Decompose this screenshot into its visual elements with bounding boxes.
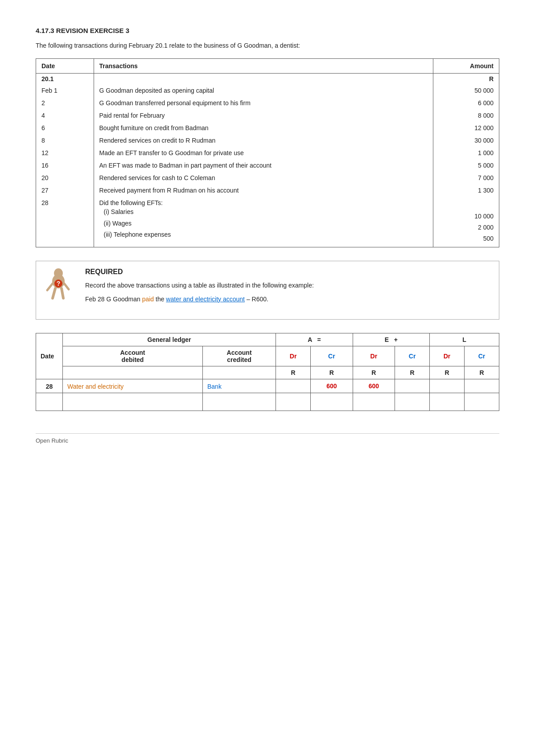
svg-line-6 bbox=[47, 284, 53, 290]
sub-item-wages: (ii) Wages bbox=[104, 218, 428, 229]
row-date: 12 bbox=[36, 147, 94, 159]
ledger-cr-a-val: 600 bbox=[311, 379, 353, 393]
required-text2: Feb 28 G Goodman paid the water and elec… bbox=[85, 294, 490, 304]
sub-item-telephone: (iii) Telephone expenses bbox=[104, 229, 428, 240]
row-date: 8 bbox=[36, 134, 94, 147]
svg-text:?: ? bbox=[57, 280, 61, 287]
col-header-transactions: Transactions bbox=[94, 59, 433, 74]
table-row: 2 G Goodman transferred personal equipme… bbox=[36, 97, 499, 109]
table-row: 27 Received payment from R Rudman on his… bbox=[36, 184, 499, 197]
row-amount: 30 000 bbox=[433, 134, 499, 147]
row-date: 6 bbox=[36, 122, 94, 134]
year-blank bbox=[94, 74, 433, 85]
ledger-sub-dr-e: Dr bbox=[353, 346, 395, 366]
ledger-dr-a-val bbox=[276, 379, 311, 393]
required-text1: Record the above transactions using a ta… bbox=[85, 280, 490, 290]
row-date: Feb 1 bbox=[36, 84, 94, 97]
ledger-unit-r3: R bbox=[353, 366, 395, 379]
row-desc: Made an EFT transfer to G Goodman for pr… bbox=[94, 147, 433, 159]
col-header-date: Date bbox=[36, 59, 94, 74]
row-desc: Bought furniture on credit from Badman bbox=[94, 122, 433, 134]
row-desc: An EFT was made to Badman in part paymen… bbox=[94, 159, 433, 172]
required-icon: ? bbox=[36, 261, 81, 319]
transactions-table: Date Transactions Amount 20.1 R Feb 1 G … bbox=[36, 58, 499, 247]
ledger-cr-e-val bbox=[395, 379, 430, 393]
col-header-amount: Amount bbox=[433, 59, 499, 74]
ledger-dr-e-val: 600 bbox=[353, 379, 395, 393]
ledger-dr-l-val bbox=[430, 379, 465, 393]
ledger-col-date: Date bbox=[36, 333, 63, 379]
required-text2-highlight: paid bbox=[142, 296, 154, 303]
ledger-col-general-ledger: General ledger bbox=[63, 333, 276, 346]
row-amount: 8 000 bbox=[433, 109, 499, 122]
ledger-sub-cr-a: Cr bbox=[311, 346, 353, 366]
required-box: ? REQUIRED Record the above transactions… bbox=[36, 261, 499, 320]
ledger-row-date: 28 bbox=[36, 379, 63, 393]
ledger-cr-l-val bbox=[464, 379, 499, 393]
ledger-data-row: 28 Water and electricity Bank 600 600 bbox=[36, 379, 499, 393]
ledger-sub-cr-l: Cr bbox=[464, 346, 499, 366]
ledger-unit-r5: R bbox=[430, 366, 465, 379]
ledger-col-a: A = bbox=[276, 333, 353, 346]
ledger-unit-blank2 bbox=[203, 366, 276, 379]
row-desc: Paid rental for February bbox=[94, 109, 433, 122]
required-text2-suffix: – R600. bbox=[245, 296, 268, 303]
ledger-sub-account-credited: Accountcredited bbox=[203, 346, 276, 366]
open-rubric-text: Open Rubric bbox=[36, 437, 68, 444]
required-title: REQUIRED bbox=[85, 268, 490, 276]
table-row: 8 Rendered services on credit to R Rudma… bbox=[36, 134, 499, 147]
year-date: 20.1 bbox=[36, 74, 94, 85]
ledger-sub-dr-a: Dr bbox=[276, 346, 311, 366]
row-date: 16 bbox=[36, 159, 94, 172]
svg-line-5 bbox=[62, 288, 63, 298]
table-row: 6 Bought furniture on credit from Badman… bbox=[36, 122, 499, 134]
table-row: 4 Paid rental for February 8 000 bbox=[36, 109, 499, 122]
row-amount: 1 300 bbox=[433, 184, 499, 197]
required-text2-middle: the bbox=[154, 296, 166, 303]
intro-text: The following transactions during Februa… bbox=[36, 41, 499, 50]
row-date: 2 bbox=[36, 97, 94, 109]
ledger-col-e: E + bbox=[353, 333, 429, 346]
ledger-sub-cr-e: Cr bbox=[395, 346, 430, 366]
ledger-unit-r1: R bbox=[276, 366, 311, 379]
row-date: 27 bbox=[36, 184, 94, 197]
row-desc: Rendered services on credit to R Rudman bbox=[94, 134, 433, 147]
ledger-unit-r4: R bbox=[395, 366, 430, 379]
year-amount-label: R bbox=[433, 74, 499, 85]
ledger-unit-blank1 bbox=[63, 366, 203, 379]
required-text2-prefix: Feb 28 G Goodman bbox=[85, 296, 142, 303]
row-desc: Rendered services for cash to C Coleman bbox=[94, 172, 433, 184]
ledger-unit-r6: R bbox=[464, 366, 499, 379]
row-amount: 5 000 bbox=[433, 159, 499, 172]
year-row: 20.1 R bbox=[36, 74, 499, 85]
svg-line-4 bbox=[53, 288, 55, 298]
table-row: 16 An EFT was made to Badman in part pay… bbox=[36, 159, 499, 172]
row-date: 20 bbox=[36, 172, 94, 184]
open-rubric: Open Rubric bbox=[36, 433, 499, 444]
ledger-table: Date General ledger A = E + L Accountdeb… bbox=[36, 333, 499, 411]
question-person-icon: ? bbox=[43, 268, 74, 312]
row-date: 4 bbox=[36, 109, 94, 122]
ledger-account-debited: Water and electricity bbox=[63, 379, 203, 393]
ledger-sub-account-debited: Accountdebited bbox=[63, 346, 203, 366]
row-amount: 50 000 bbox=[433, 84, 499, 97]
ledger-sub-dr-l: Dr bbox=[430, 346, 465, 366]
row-amount-28: 10 000 2 000 500 bbox=[433, 197, 499, 247]
row-amount: 12 000 bbox=[433, 122, 499, 134]
svg-point-1 bbox=[54, 268, 63, 278]
table-row: 20 Rendered services for cash to C Colem… bbox=[36, 172, 499, 184]
row-desc: G Goodman deposited as opening capital bbox=[94, 84, 433, 97]
ledger-unit-r2: R bbox=[311, 366, 353, 379]
section-title: 4.17.3 REVISION EXERCISE 3 bbox=[36, 27, 499, 34]
row-desc-28: Did the following EFTs: (i) Salaries (ii… bbox=[94, 197, 433, 247]
row-desc: Received payment from R Rudman on his ac… bbox=[94, 184, 433, 197]
table-row: Feb 1 G Goodman deposited as opening cap… bbox=[36, 84, 499, 97]
row-date-28: 28 bbox=[36, 197, 94, 247]
required-text2-link: water and electricity account bbox=[166, 296, 245, 303]
ledger-empty-row bbox=[36, 393, 499, 411]
ledger-col-l: L bbox=[430, 333, 499, 346]
row-amount: 7 000 bbox=[433, 172, 499, 184]
svg-line-7 bbox=[64, 284, 69, 289]
table-row: 12 Made an EFT transfer to G Goodman for… bbox=[36, 147, 499, 159]
sub-item-salaries: (i) Salaries bbox=[104, 206, 428, 218]
